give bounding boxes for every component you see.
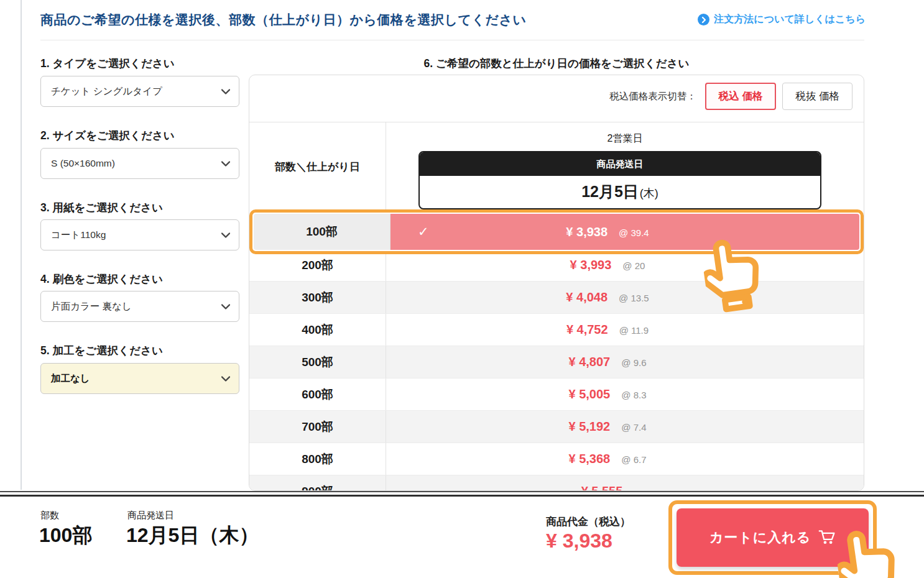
- type-select-value: チケット シングルタイプ: [51, 85, 162, 98]
- paper-select-value: コート110kg: [51, 229, 106, 242]
- price-value: ¥ 5,005: [569, 387, 611, 401]
- check-icon: ✓: [418, 224, 429, 239]
- page-title: 商品のご希望の仕様を選択後、部数（仕上がり日）から価格を選択してください: [40, 11, 526, 29]
- unit-price: @ 9.6: [621, 357, 646, 368]
- table-row-800[interactable]: 800部 ¥ 5,368 @ 6.7: [249, 443, 864, 475]
- summary-total-value: ¥ 3,938: [546, 530, 612, 553]
- lead-time-label: 2営業日: [386, 132, 864, 145]
- price-value: ¥ 4,752: [566, 323, 608, 337]
- price-cell[interactable]: ✓ ¥ 3,938 @ 39.4: [390, 214, 859, 250]
- table-row-600[interactable]: 600部 ¥ 5,005 @ 8.3: [249, 378, 864, 411]
- price-cell[interactable]: ¥ 5,368 @ 6.7: [386, 443, 864, 475]
- table-row-900[interactable]: 900部 ¥ 5,555: [249, 475, 864, 491]
- unit-price: @ 7.4: [621, 422, 646, 433]
- add-to-cart-button[interactable]: カートに入れる: [677, 508, 869, 567]
- chevron-down-icon: [221, 229, 230, 241]
- price-value: ¥ 3,993: [570, 258, 612, 272]
- order-help-link-label: 注文方法について詳しくはこちら: [714, 13, 866, 26]
- summary-qty-label: 部数: [40, 510, 59, 521]
- order-help-link[interactable]: 注文方法について詳しくはこちら: [698, 13, 866, 26]
- tax-toggle-label: 税込価格表示切替：: [609, 90, 696, 103]
- chevron-down-icon: [221, 86, 230, 97]
- price-value: ¥ 4,048: [566, 290, 608, 305]
- price-cell[interactable]: ¥ 5,192 @ 7.4: [386, 411, 864, 443]
- unit-price: @ 11.9: [619, 325, 649, 336]
- price-value: ¥ 5,368: [569, 452, 611, 466]
- ship-date-text: 12月5日: [581, 181, 639, 202]
- print-color-select[interactable]: 片面カラー 裏なし: [40, 291, 239, 322]
- finish-select[interactable]: 加工なし: [40, 363, 239, 394]
- price-cell[interactable]: ¥ 4,752 @ 11.9: [386, 314, 864, 346]
- table-row-300[interactable]: 300部 ¥ 4,048 @ 13.5: [249, 282, 864, 314]
- price-cell[interactable]: ¥ 5,555: [386, 475, 864, 491]
- summary-ship-value: 12月5日（木）: [126, 522, 259, 549]
- qty-cell: 100部: [254, 214, 390, 250]
- summary-ship-label: 商品発送日: [127, 510, 174, 521]
- selected-row-highlight: 100部 ✓ ¥ 3,938 @ 39.4: [249, 209, 864, 254]
- table-row-500[interactable]: 500部 ¥ 4,807 @ 9.6: [249, 346, 864, 378]
- option-label-type: 1. タイプをご選択ください: [40, 56, 175, 71]
- order-summary-bar: 部数 100部 商品発送日 12月5日（木） 商品代金（税込） ¥ 3,938 …: [0, 491, 924, 578]
- qty-cell: 900部: [249, 475, 386, 491]
- size-select[interactable]: S (50×160mm): [40, 148, 239, 179]
- add-to-cart-label: カートに入れる: [709, 528, 811, 547]
- page-left-rule: [21, 0, 22, 490]
- pricing-section-title: 6. ご希望の部数と仕上がり日の価格をご選択ください: [249, 56, 864, 71]
- price-value: ¥ 5,192: [569, 420, 611, 434]
- tax-included-button[interactable]: 税込 価格: [705, 83, 777, 110]
- cart-icon: [818, 529, 836, 547]
- qty-cell: 800部: [249, 443, 386, 475]
- summary-qty-value: 100部: [39, 522, 92, 549]
- price-table-panel: 税込価格表示切替： 税込 価格 税抜 価格 部数＼仕上がり日 2営業日 商品発送…: [249, 75, 864, 491]
- ship-date-card-header: 商品発送日: [420, 152, 820, 176]
- type-select[interactable]: チケット シングルタイプ: [40, 76, 239, 107]
- qty-cell: 500部: [249, 346, 386, 378]
- qty-cell: 300部: [249, 282, 386, 313]
- option-label-color: 4. 刷色をご選択ください: [40, 272, 163, 287]
- option-label-size: 2. サイズをご選択ください: [40, 128, 175, 143]
- tax-excluded-button[interactable]: 税抜 価格: [782, 83, 852, 110]
- price-cell[interactable]: ¥ 5,005 @ 8.3: [386, 378, 864, 410]
- price-cell[interactable]: ¥ 4,048 @ 13.5: [386, 282, 864, 313]
- unit-price: @ 20: [622, 260, 645, 271]
- chevron-down-icon: [221, 301, 230, 312]
- unit-price: @ 39.4: [619, 227, 649, 238]
- qty-cell: 700部: [249, 411, 386, 443]
- finish-select-value: 加工なし: [51, 372, 90, 385]
- price-rows: 200部 ¥ 3,993 @ 20 300部 ¥ 4,048 @ 13.5 40…: [249, 249, 864, 491]
- unit-price: @ 6.7: [621, 454, 646, 465]
- table-row-100[interactable]: 100部 ✓ ¥ 3,938 @ 39.4: [254, 214, 859, 250]
- chevron-down-icon: [221, 158, 230, 169]
- price-table-header: 部数＼仕上がり日 2営業日 商品発送日 12月5日 (木): [249, 122, 864, 211]
- tax-toggle: 税込価格表示切替： 税込 価格 税抜 価格: [609, 83, 852, 110]
- unit-price: @ 8.3: [621, 390, 646, 400]
- ship-date-card: 商品発送日 12月5日 (木): [418, 151, 821, 209]
- paper-select[interactable]: コート110kg: [40, 219, 239, 250]
- price-cell[interactable]: ¥ 4,807 @ 9.6: [386, 346, 864, 378]
- unit-price: @ 13.5: [619, 293, 649, 303]
- option-label-finish: 5. 加工をご選択ください: [40, 343, 163, 358]
- price-value: ¥ 4,807: [569, 355, 611, 369]
- option-label-paper: 3. 用紙をご選択ください: [40, 200, 163, 215]
- price-value: ¥ 3,938: [566, 225, 608, 239]
- arrow-circle-right-icon: [698, 14, 709, 25]
- ship-date-weekday: (木): [640, 186, 658, 201]
- ship-date-value: 12月5日 (木): [420, 176, 820, 209]
- cart-button-highlight: カートに入れる: [668, 500, 877, 575]
- qty-cell: 600部: [249, 378, 386, 410]
- chevron-down-icon: [221, 373, 230, 384]
- print-color-select-value: 片面カラー 裏なし: [51, 300, 132, 313]
- table-row-400[interactable]: 400部 ¥ 4,752 @ 11.9: [249, 314, 864, 346]
- summary-total-label: 商品代金（税込）: [546, 515, 631, 529]
- size-select-value: S (50×160mm): [51, 158, 115, 169]
- header-divider: [40, 40, 864, 40]
- corner-header: 部数＼仕上がり日: [249, 122, 386, 211]
- table-row-700[interactable]: 700部 ¥ 5,192 @ 7.4: [249, 411, 864, 443]
- qty-cell: 400部: [249, 314, 386, 346]
- price-value: ¥ 5,555: [581, 484, 623, 491]
